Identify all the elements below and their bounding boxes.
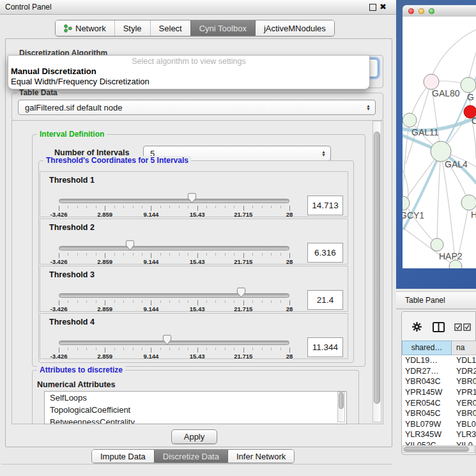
table-row[interactable]: YBR045CYBR0	[402, 408, 476, 419]
bottom-tab-discretize-data[interactable]: Discretize Data	[154, 450, 227, 463]
interval-definition-group-label: Interval Definition	[37, 130, 107, 139]
tick-label: 9.144	[144, 353, 159, 360]
node-label: GAL4	[445, 159, 468, 169]
cell-shared-name: YBL079W	[402, 420, 452, 429]
network-node-gal11[interactable]	[403, 113, 417, 127]
close-panel-button[interactable]: ✖	[380, 4, 387, 10]
network-edge	[432, 28, 476, 75]
tick-label: 15.43	[190, 353, 205, 360]
dropdown-option-manual-discretization[interactable]: Manual Discretization	[8, 66, 369, 77]
threshold-label: Threshold 1	[49, 176, 95, 185]
slider-track[interactable]	[59, 246, 289, 250]
numerical-attributes-list[interactable]: SelfLoopsTopologicalCoefficientBetweenne…	[44, 391, 347, 424]
slider-track[interactable]	[59, 341, 289, 345]
settings-gear-icon[interactable]	[411, 321, 422, 332]
network-node-h[interactable]	[461, 195, 476, 210]
table-scrollbar-thumb[interactable]	[404, 447, 469, 452]
network-canvas[interactable]: GAL80GCGAL11GAL4GCY1HHAP2	[403, 17, 476, 268]
attribute-item-betweennesscentrality[interactable]: BetweennessCentrality	[45, 416, 346, 424]
apply-button[interactable]: Apply	[171, 429, 217, 444]
cell-name: YER0	[452, 399, 476, 408]
attributes-scrollbar-thumb[interactable]	[339, 392, 344, 409]
node-label: GAL80	[432, 88, 460, 98]
combo-stepper-icon: ▲▼	[366, 104, 375, 111]
table-row[interactable]: YER054CYER0	[402, 397, 476, 408]
threshold-row-3: Threshold 3 -3.4262.8599.14415.4321.7152…	[40, 266, 348, 312]
cell-name: YBR0	[452, 409, 476, 418]
cell-shared-name: YPR145W	[402, 388, 452, 397]
tab-cyni-toolbox[interactable]: Cyni Toolbox	[190, 20, 255, 36]
attribute-item-selfloops[interactable]: SelfLoops	[45, 392, 346, 404]
threshold-value-field[interactable]: 21.4	[307, 290, 343, 310]
tick-label: 2.859	[97, 258, 112, 265]
dropdown-prompt: Select algorithm to view settings	[8, 57, 369, 66]
bottom-tab-impute-data[interactable]: Impute Data	[92, 450, 154, 463]
bottom-tab-label: Infer Network	[236, 452, 286, 461]
table-data-combobox[interactable]: galFiltered.sif default node ▲▼	[18, 100, 376, 115]
threshold-row-1: Threshold 1 -3.4262.8599.14415.4321.7152…	[40, 171, 348, 217]
tab-style[interactable]: Style	[114, 20, 150, 36]
column-header-name[interactable]: na	[452, 341, 476, 355]
tick-label: 2.859	[97, 305, 112, 312]
bottom-tab-infer-network[interactable]: Infer Network	[227, 450, 294, 463]
threshold-value-field[interactable]: 14.713	[307, 196, 343, 215]
table-row[interactable]: YBL079WYBL0	[402, 419, 476, 430]
slider-tick-labels: -3.4262.8599.14415.4321.71528	[59, 211, 289, 218]
numerical-attributes-label: Numerical Attributes	[37, 380, 115, 389]
table-row[interactable]: YLR345WYLR3	[402, 429, 476, 440]
minimize-traffic-light[interactable]	[418, 8, 424, 14]
slider-thumb[interactable]	[187, 193, 197, 203]
attributes-group-label: Attributes to discretize	[37, 365, 125, 374]
table-row[interactable]: YBR043CYBR0	[402, 376, 476, 387]
cell-shared-name: YDR27…	[402, 367, 452, 376]
float-window-button[interactable]	[369, 4, 376, 11]
threshold-value-field[interactable]: 6.316	[307, 243, 343, 263]
table-row[interactable]: YIL052CYIL0	[402, 440, 476, 445]
table-panel-titlebar: Table Panel	[396, 291, 476, 309]
attribute-item-topologicalcoefficient[interactable]: TopologicalCoefficient	[45, 404, 346, 416]
select-checkboxes-icon[interactable]	[454, 323, 471, 331]
zoom-traffic-light[interactable]	[429, 8, 434, 14]
dropdown-option-equal-width-frequency[interactable]: Equal Width/Frequency Discretization	[8, 77, 369, 87]
tab-label: Style	[123, 24, 142, 33]
threshold-row-4: Threshold 4 -3.4262.8599.14415.4321.7152…	[40, 313, 348, 359]
slider-track[interactable]	[59, 293, 289, 298]
cell-name: YIL0	[452, 441, 476, 445]
tab-select[interactable]: Select	[150, 20, 190, 36]
node-label: GCY1	[403, 210, 424, 220]
tab-network[interactable]: Network	[56, 20, 114, 36]
threshold-label: Threshold 4	[49, 318, 95, 326]
slider-thumb[interactable]	[125, 240, 135, 250]
network-node-hap2[interactable]	[431, 238, 443, 251]
table-row[interactable]: YDR27…YDR2	[402, 366, 476, 377]
cell-name: YBR0	[452, 377, 476, 386]
cell-shared-name: YBR043C	[402, 377, 452, 386]
slider-track[interactable]	[59, 199, 289, 203]
table-rows: YDL19…YDL1YDR27…YDR2YBR043CYBR0YPR145WYP…	[402, 355, 476, 445]
settings-scrollbar-thumb[interactable]	[374, 132, 380, 404]
column-header-shared-name[interactable]: shared…	[402, 341, 452, 355]
tick-label: 21.715	[234, 353, 252, 360]
node-label: GAL11	[411, 127, 439, 137]
bottom-tab-label: Impute Data	[100, 452, 146, 461]
tab-label: jActiveMNodules	[264, 24, 326, 33]
cyni-bottom-tabbar: Impute DataDiscretize DataInfer Network	[91, 449, 295, 463]
slider-thumb[interactable]	[236, 288, 246, 298]
table-row[interactable]: YPR145WYPR1	[402, 387, 476, 398]
network-edge	[437, 151, 441, 245]
split-columns-icon[interactable]	[433, 322, 445, 332]
threshold-value-field[interactable]: 11.344	[307, 337, 343, 357]
table-row[interactable]: YDL19…YDL1	[402, 355, 476, 366]
slider-thumb[interactable]	[162, 335, 172, 345]
tick-label: -3.426	[50, 305, 68, 312]
tab-label: Select	[159, 24, 182, 33]
thresholds-group-label: Threshold's Coordinates for 5 Intervals	[43, 156, 191, 165]
network-node-g[interactable]	[461, 77, 476, 93]
network-window-titlebar	[403, 5, 476, 17]
tick-label: 2.859	[97, 211, 112, 218]
tab-jactivemnodules[interactable]: jActiveMNodules	[255, 20, 334, 36]
cell-shared-name: YDL19…	[402, 356, 452, 365]
network-node-gal80[interactable]	[424, 74, 439, 89]
close-traffic-light[interactable]	[408, 8, 414, 14]
node-label: C	[472, 116, 476, 126]
